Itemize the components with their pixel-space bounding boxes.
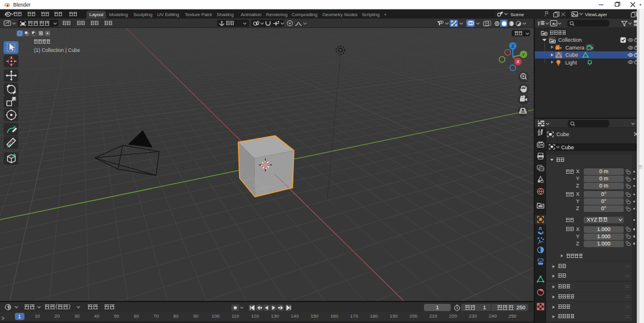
svg-text:Z: Z [512, 44, 515, 49]
svg-text:X: X [516, 59, 520, 64]
svg-text:Y: Y [522, 52, 525, 57]
